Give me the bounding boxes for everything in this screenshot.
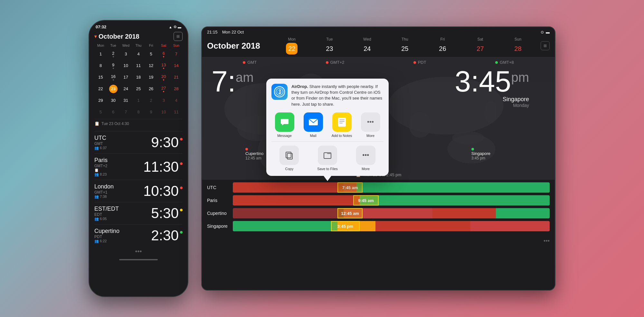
share-more-app-button[interactable]: ••• bbox=[361, 112, 380, 132]
cal-date-13[interactable]: 13 bbox=[157, 60, 170, 71]
wc-city-paris: Paris bbox=[94, 157, 108, 164]
phone-notch bbox=[118, 21, 159, 30]
cal-date-9[interactable]: 9 bbox=[107, 60, 119, 71]
cal-date-nov3[interactable]: 3 bbox=[157, 95, 170, 106]
share-message-label: Message bbox=[277, 134, 292, 138]
cal-date-nov4[interactable]: 4 bbox=[170, 95, 183, 106]
share-action-more: ••• More bbox=[348, 146, 384, 171]
tablet-day-col-sat[interactable]: Sat 27 bbox=[461, 37, 499, 54]
cal-date-1[interactable]: 1 bbox=[94, 49, 107, 60]
day-label-fri: Fri bbox=[145, 43, 157, 47]
cal-date-12[interactable]: 12 bbox=[145, 60, 157, 71]
cal-date-10[interactable]: 10 bbox=[119, 60, 132, 71]
tz-dot-gmt bbox=[243, 61, 245, 64]
cal-date-nov2[interactable]: 2 bbox=[145, 95, 157, 106]
svg-rect-21 bbox=[287, 153, 292, 159]
share-action-files: Save to Files bbox=[310, 146, 346, 171]
cal-date-24[interactable]: 24 bbox=[119, 83, 132, 94]
airdrop-svg bbox=[274, 86, 285, 98]
cal-date-nov6[interactable]: 6 bbox=[107, 107, 119, 118]
cal-date-5[interactable]: 5 bbox=[145, 49, 157, 60]
cal-date-21[interactable]: 21 bbox=[170, 72, 183, 83]
cal-date-8[interactable]: 8 bbox=[94, 60, 107, 71]
map-city-singapore: Singapore 3:45 pm bbox=[471, 148, 490, 160]
calendar-month-title: October 2018 bbox=[99, 33, 139, 40]
cal-date-2[interactable]: 2 bbox=[107, 49, 119, 60]
cal-date-30[interactable]: 30 bbox=[107, 95, 119, 106]
cal-dates-grid: 1 2 3 4 5 6 7 8 9 10 11 12 13 14 15 16 1… bbox=[94, 49, 183, 118]
cal-date-nov1[interactable]: 1 bbox=[132, 95, 145, 106]
wc-time-cupertino: 2:30 bbox=[151, 228, 179, 243]
tablet-day-col-tue[interactable]: Tue 23 bbox=[311, 37, 348, 54]
calendar-view-button[interactable]: ⊞ bbox=[174, 32, 183, 41]
tablet-day-col-sun[interactable]: Sun 28 bbox=[499, 37, 537, 54]
wc-dot-utc bbox=[180, 138, 183, 140]
tablet-cal-icon[interactable]: ⊞ bbox=[541, 37, 550, 54]
cal-date-26[interactable]: 26 bbox=[145, 83, 157, 94]
cal-date-17[interactable]: 17 bbox=[119, 72, 132, 83]
phone-device: 07:32 ▲ ⊙ ▬ ▾ October 2018 ⊞ Mon Tue Wed… bbox=[89, 20, 188, 297]
share-item-more-app: ••• More bbox=[357, 112, 384, 138]
tablet-timeline: UTC 7:45 am Paris 9:45 am Cup bbox=[202, 180, 555, 236]
share-more-label: More bbox=[362, 167, 370, 171]
share-divider bbox=[271, 141, 384, 142]
cal-date-nov8[interactable]: 8 bbox=[132, 107, 145, 118]
cal-date-3[interactable]: 3 bbox=[119, 49, 132, 60]
cal-date-16[interactable]: 16 bbox=[107, 72, 119, 83]
cal-date-6[interactable]: 6 bbox=[157, 49, 170, 60]
cal-date-nov5[interactable]: 5 bbox=[94, 107, 107, 118]
tablet-day-col-fri[interactable]: Fri 26 bbox=[424, 37, 461, 54]
share-notes-button[interactable] bbox=[332, 112, 352, 132]
tablet-day-col-thu[interactable]: Thu 25 bbox=[386, 37, 424, 54]
cal-date-25[interactable]: 25 bbox=[132, 83, 145, 94]
cal-date-19[interactable]: 19 bbox=[145, 72, 157, 83]
cal-date-15[interactable]: 15 bbox=[94, 72, 107, 83]
phone-more-dots[interactable]: ••• bbox=[89, 248, 188, 256]
svg-point-12 bbox=[452, 131, 484, 144]
files-icon bbox=[323, 151, 332, 160]
svg-rect-17 bbox=[338, 118, 346, 127]
share-mail-button[interactable] bbox=[304, 112, 323, 132]
tz-dot-gmt8 bbox=[495, 61, 498, 64]
timeline-label-singapore: Singapore bbox=[207, 224, 233, 229]
phone-status-icons: ▲ ⊙ ▬ bbox=[169, 25, 181, 29]
phone-cal-header: ▾ October 2018 ⊞ bbox=[94, 32, 183, 41]
cal-date-27[interactable]: 27 bbox=[157, 83, 170, 94]
tablet-more-dots[interactable]: ••• bbox=[202, 236, 555, 247]
timeline-bar-singapore: 3:45 pm bbox=[233, 221, 550, 231]
cal-date-nov10[interactable]: 10 bbox=[157, 107, 170, 118]
tablet-month-title: October 2018 bbox=[207, 41, 260, 51]
cal-date-nov11[interactable]: 11 bbox=[170, 107, 183, 118]
cal-date-31[interactable]: 31 bbox=[119, 95, 132, 106]
chevron-down-icon[interactable]: ▾ bbox=[94, 34, 97, 39]
timeline-label-paris: Paris bbox=[207, 198, 233, 203]
cal-date-4[interactable]: 4 bbox=[132, 49, 145, 60]
cal-date-20[interactable]: 20 bbox=[157, 72, 170, 83]
cal-date-14[interactable]: 14 bbox=[170, 60, 183, 71]
day-label-tue: Tue bbox=[107, 43, 119, 47]
tablet-date-23: 23 bbox=[324, 43, 335, 54]
cal-date-18[interactable]: 18 bbox=[132, 72, 145, 83]
share-message-button[interactable] bbox=[275, 112, 294, 132]
cal-date-7[interactable]: 7 bbox=[170, 49, 183, 60]
share-copy-label: Copy bbox=[285, 167, 293, 171]
tz-gmt2: GMT+2 bbox=[326, 60, 345, 65]
mail-icon bbox=[308, 118, 318, 127]
cal-date-11[interactable]: 11 bbox=[132, 60, 145, 71]
cal-date-29[interactable]: 29 bbox=[94, 95, 107, 106]
share-more-button[interactable]: ••• bbox=[356, 146, 375, 165]
cal-date-nov7[interactable]: 7 bbox=[119, 107, 132, 118]
cal-date-22[interactable]: 22 bbox=[94, 83, 107, 94]
cal-date-23-today[interactable]: 23 bbox=[107, 83, 119, 94]
day-label-sat: Sat bbox=[157, 43, 170, 47]
tablet-day-col-mon[interactable]: Mon 22 bbox=[273, 37, 311, 54]
share-files-button[interactable] bbox=[318, 146, 337, 165]
share-copy-button[interactable] bbox=[279, 146, 299, 165]
cal-date-nov9[interactable]: 9 bbox=[145, 107, 157, 118]
tablet-date-26: 26 bbox=[437, 43, 448, 54]
wc-time-utc: 9:30 bbox=[151, 135, 179, 149]
tablet-day-col-wed[interactable]: Wed 24 bbox=[348, 37, 386, 54]
cal-date-28[interactable]: 28 bbox=[170, 83, 183, 94]
messages-icon bbox=[279, 117, 290, 127]
cal-days-header: Mon Tue Wed Thu Fri Sat Sun bbox=[94, 43, 183, 47]
